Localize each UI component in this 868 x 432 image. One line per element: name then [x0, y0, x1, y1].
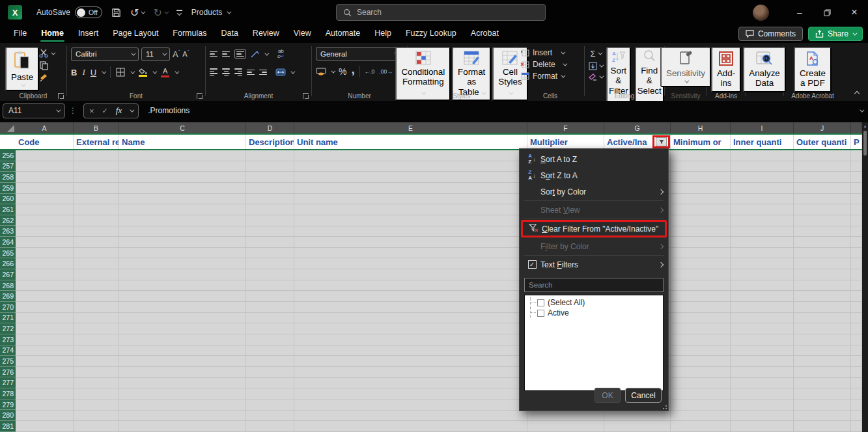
- confirm-entry-button[interactable]: ✓: [102, 107, 108, 115]
- row-header-275[interactable]: 275: [0, 356, 16, 367]
- format-cells-button[interactable]: Format: [520, 72, 564, 81]
- row-header-274[interactable]: 274: [0, 345, 16, 357]
- cancel-entry-button[interactable]: ×: [89, 106, 94, 116]
- tab-home[interactable]: Home: [34, 25, 71, 42]
- collapse-ribbon-chevron[interactable]: [854, 91, 860, 96]
- clipboard-dialog-launcher[interactable]: [58, 93, 64, 99]
- create-pdf-button[interactable]: A Createa PDF: [794, 47, 832, 92]
- select-all-corner[interactable]: [0, 122, 16, 133]
- merge-center-chevron[interactable]: [290, 69, 295, 74]
- quick-access-toolbar-button[interactable]: [176, 10, 182, 15]
- cancel-button[interactable]: Cancel: [625, 388, 662, 403]
- close-button[interactable]: ×: [841, 0, 868, 25]
- italic-button[interactable]: I: [82, 67, 85, 77]
- row-header-260[interactable]: 260: [0, 194, 16, 205]
- tab-data[interactable]: Data: [214, 25, 245, 42]
- column-filter-button[interactable]: [656, 137, 667, 146]
- scrollbar-thumb[interactable]: [863, 131, 867, 155]
- row-header-273[interactable]: 273: [0, 334, 16, 345]
- accounting-chevron[interactable]: [331, 68, 335, 73]
- font-dialog-launcher[interactable]: [197, 93, 203, 99]
- format-painter-button[interactable]: [39, 74, 48, 82]
- tab-help[interactable]: Help: [367, 25, 399, 42]
- underline-button[interactable]: U: [91, 68, 96, 77]
- tab-view[interactable]: View: [287, 25, 318, 42]
- row-header-258[interactable]: 258: [0, 172, 16, 183]
- row-header-266[interactable]: 266: [0, 258, 16, 269]
- autosum-button[interactable]: Σ: [589, 49, 602, 59]
- menu-item-sort-a-to-z[interactable]: AZ↓Sort A to Z: [520, 151, 668, 167]
- header-cell-G[interactable]: Active/Ina: [604, 135, 671, 149]
- menu-item-sort-z-to-a[interactable]: ZA↓Sort Z to A: [520, 167, 668, 183]
- row-header-256[interactable]: 256: [0, 150, 16, 161]
- font-size-select[interactable]: 11: [141, 47, 170, 61]
- tab-file[interactable]: File: [7, 25, 34, 42]
- header-cell-J[interactable]: Outer quanti: [794, 135, 851, 149]
- row-header-277[interactable]: 277: [0, 377, 16, 388]
- header-cell-C[interactable]: Name: [119, 135, 246, 149]
- delete-cells-button[interactable]: Delete: [520, 60, 566, 69]
- shrink-font-button[interactable]: Aˇ: [182, 50, 189, 58]
- tab-formulas[interactable]: Formulas: [165, 25, 214, 42]
- row-header-261[interactable]: 261: [0, 204, 16, 215]
- font-color-button[interactable]: A: [161, 68, 169, 77]
- column-header-C[interactable]: C: [119, 122, 246, 133]
- paste-button[interactable]: Paste: [5, 47, 39, 91]
- row-header-259[interactable]: 259: [0, 183, 16, 194]
- increase-indent-button[interactable]: [259, 70, 267, 75]
- tab-fuzzy-lookup[interactable]: Fuzzy Lookup: [399, 25, 464, 42]
- row-header-271[interactable]: 271: [0, 313, 16, 324]
- document-title-button[interactable]: Products: [191, 8, 230, 17]
- row-header-272[interactable]: 272: [0, 323, 16, 334]
- formula-input[interactable]: .Promotions: [148, 106, 189, 115]
- column-header-D[interactable]: D: [246, 122, 294, 133]
- header-cell-D[interactable]: Description: [246, 135, 294, 149]
- header-cell-E[interactable]: Unit name: [294, 135, 527, 149]
- fill-color-button[interactable]: [139, 68, 147, 77]
- accounting-format-button[interactable]: [316, 68, 326, 75]
- autosave-control[interactable]: AutoSave Off: [36, 7, 102, 18]
- column-header-E[interactable]: E: [294, 122, 527, 133]
- cell-grid[interactable]: [16, 150, 862, 432]
- percent-style-button[interactable]: %: [339, 66, 346, 77]
- row-header-280[interactable]: 280: [0, 410, 16, 421]
- menu-item-clear-filter[interactable]: Clear Filter From "Active/Inactive": [521, 220, 667, 237]
- resize-grip[interactable]: [662, 404, 667, 409]
- analyze-data-button[interactable]: AnalyzeData: [743, 47, 785, 92]
- menu-item-sort-by-color[interactable]: Sort by Color: [520, 183, 668, 200]
- menu-item-text-filters[interactable]: ✓Text Filters: [520, 256, 668, 273]
- decrease-decimal-button[interactable]: .00→: [379, 68, 392, 75]
- orientation-chevron[interactable]: [264, 51, 269, 55]
- borders-button[interactable]: [116, 68, 125, 77]
- comments-button[interactable]: Comments: [738, 27, 803, 41]
- row-header-268[interactable]: 268: [0, 280, 16, 291]
- merge-center-button[interactable]: [275, 68, 286, 76]
- row-header-270[interactable]: 270: [0, 302, 16, 313]
- row-header-263[interactable]: 263: [0, 226, 16, 237]
- bold-button[interactable]: B: [71, 68, 77, 77]
- row-header-264[interactable]: 264: [0, 237, 16, 248]
- header-cell-I[interactable]: Inner quanti: [731, 135, 794, 149]
- borders-chevron[interactable]: [131, 69, 135, 74]
- tab-page-layout[interactable]: Page Layout: [105, 25, 165, 42]
- insert-cells-button[interactable]: Insert: [520, 48, 564, 57]
- row-header-281[interactable]: 281: [0, 421, 16, 432]
- row-header-276[interactable]: 276: [0, 367, 16, 378]
- column-header-J[interactable]: J: [794, 122, 851, 133]
- filter-search-input[interactable]: [524, 278, 664, 292]
- tab-insert[interactable]: Insert: [71, 25, 105, 42]
- wrap-text-button[interactable]: ab c↵: [277, 49, 285, 59]
- tab-acrobat[interactable]: Acrobat: [464, 25, 506, 42]
- vertical-scrollbar[interactable]: ▲: [862, 122, 868, 432]
- font-name-select[interactable]: Calibri: [71, 47, 139, 61]
- autosave-toggle[interactable]: Off: [75, 7, 102, 18]
- fill-button[interactable]: [589, 62, 602, 70]
- header-cell-H[interactable]: Minimum or: [671, 135, 731, 149]
- search-box[interactable]: Search: [336, 4, 546, 21]
- restore-button[interactable]: [813, 0, 841, 25]
- header-cell-partial[interactable]: P: [851, 135, 862, 149]
- header-cell-B[interactable]: External refe: [74, 135, 119, 149]
- row-header-267[interactable]: 267: [0, 269, 16, 280]
- decrease-indent-button[interactable]: [247, 70, 255, 75]
- align-left-button[interactable]: [210, 68, 217, 76]
